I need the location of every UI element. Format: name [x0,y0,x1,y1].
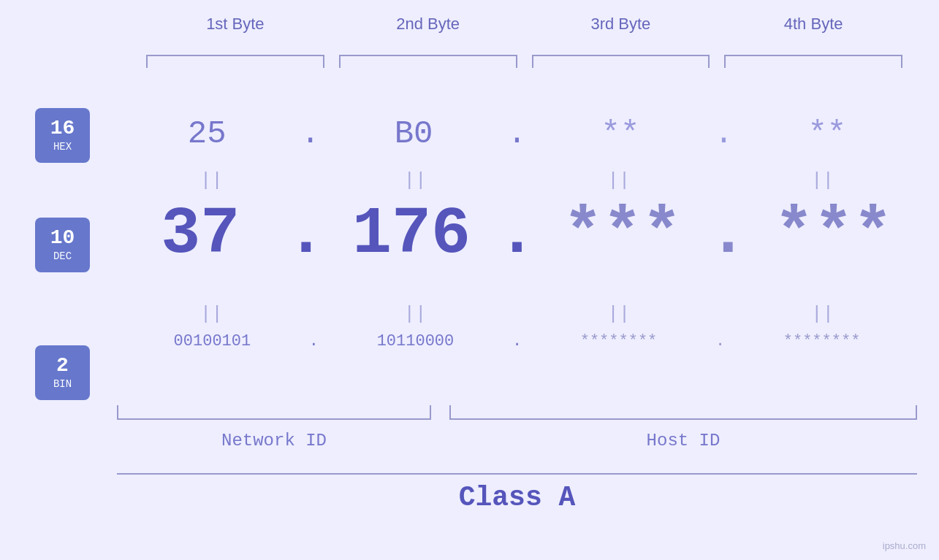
dec-val-2: 176 [328,197,495,272]
eq2-3: || [525,303,714,325]
top-brackets [139,55,910,68]
col-header-4: 4th Byte [717,15,910,34]
bin-row: 00100101 . 10110000 . ******** . *******… [117,332,917,350]
dec-dot-1: . [284,197,328,272]
network-id-label: Network ID [117,431,431,450]
hex-badge: 16 HEX [35,108,90,163]
hex-dot-2: . [503,115,530,152]
hex-dot-1: . [297,115,323,152]
bracket-3 [532,55,710,68]
col-header-2: 2nd Byte [332,15,525,34]
eq1-4: || [728,169,917,191]
bin-dot-2: . [511,332,523,350]
bin-val-4: ******** [726,332,917,350]
bin-dot-3: . [714,332,726,350]
eq1-2: || [321,169,510,191]
eq2-1: || [117,303,306,325]
host-id-label: Host ID [449,431,917,450]
hex-val-4: ** [737,115,917,152]
equals-row-1: || || || || [117,169,917,191]
watermark: ipshu.com [883,540,926,551]
class-label: Class A [117,482,917,513]
bottom-line [117,473,917,475]
bin-val-1: 00100101 [117,332,308,350]
eq1-3: || [525,169,714,191]
eq2-4: || [728,303,917,325]
dec-badge: 10 DEC [35,218,90,272]
dec-dot-3: . [706,197,750,272]
hex-val-3: ** [531,115,710,152]
bracket-4 [724,55,902,68]
eq2-2: || [321,303,510,325]
bin-badge: 2 BIN [35,345,90,400]
dec-val-1: 37 [117,197,284,272]
hex-row: 25 . B0 . ** . ** [117,115,917,152]
page-container: 1st Byte 2nd Byte 3rd Byte 4th Byte 16 H… [0,0,939,560]
hex-val-2: B0 [324,115,503,152]
bracket-host [449,405,917,420]
dec-val-3: *** [539,197,707,272]
bin-dot-1: . [308,332,320,350]
bin-val-3: ******** [523,332,714,350]
bracket-2 [339,55,517,68]
dec-row: 37 . 176 . *** . *** [117,197,917,272]
col-header-3: 3rd Byte [525,15,718,34]
dec-dot-2: . [495,197,539,272]
bracket-network [117,405,431,420]
bin-val-2: 10110000 [320,332,511,350]
equals-row-2: || || || || [117,303,917,325]
col-header-1: 1st Byte [139,15,332,34]
hex-dot-3: . [710,115,737,152]
hex-val-1: 25 [117,115,297,152]
dec-val-4: *** [750,197,917,272]
column-headers: 1st Byte 2nd Byte 3rd Byte 4th Byte [139,15,910,34]
bracket-1 [146,55,324,68]
eq1-1: || [117,169,306,191]
